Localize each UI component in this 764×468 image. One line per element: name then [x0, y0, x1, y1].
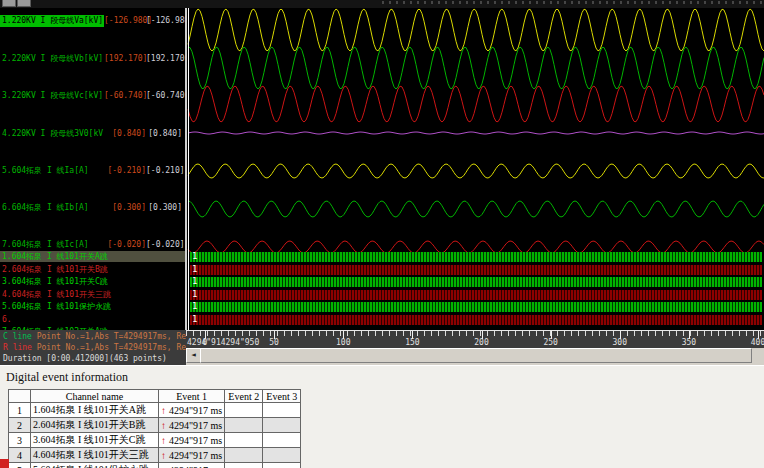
- channel-name-cell: 3.604拓泉 I 线101开关C跳: [31, 433, 159, 448]
- cursor-c-status: C line Point No.=1,Abs T=4294917ms, Rel …: [3, 332, 186, 341]
- event-table-row[interactable]: 22.604拓泉 I 线101开关B跳↑4294"917 ms: [9, 418, 301, 433]
- digital-state-value: 1: [192, 251, 197, 262]
- digital-channel-row[interactable]: 2.604拓泉 I 线101开关B跳: [0, 264, 186, 275]
- tick-label: 300: [613, 338, 627, 347]
- analog-channel-name: 3.220KV I 段母线Vc[kV]: [0, 90, 104, 102]
- event2-cell: [225, 463, 263, 468]
- horizontal-scrollbar[interactable]: ◄: [186, 348, 764, 365]
- analog-channel-name: 1.220KV I 段母线Va[kV]: [0, 15, 104, 27]
- event2-cell: [225, 418, 263, 433]
- analog-channel-row[interactable]: 4.220KV I 段母线3V0[kV][0.840][0.840]: [0, 128, 184, 140]
- event3-cell: [263, 418, 301, 433]
- event-table: Channel name Event 1 Event 2 Event 3 11.…: [8, 389, 301, 468]
- tick-label: 350: [682, 338, 696, 347]
- analog-channel-name: 4.220KV I 段母线3V0[kV]: [0, 128, 104, 140]
- digital-state-bar: 1: [190, 315, 762, 325]
- waveform-trace: [188, 9, 764, 51]
- event3-cell: [263, 433, 301, 448]
- tick-label: 200: [474, 338, 488, 347]
- digital-channel-row[interactable]: 5.604拓泉 I 线101保护永跳: [0, 301, 186, 312]
- analog-channel-value1: [0.840]: [104, 128, 146, 140]
- analog-channel-value2: [-0.210]: [146, 165, 182, 177]
- event3-cell: [263, 463, 301, 468]
- analog-channel-row[interactable]: 5.604拓泉 I 线Ia[A][-0.210][-0.210]: [0, 165, 184, 177]
- analog-channel-value1: [-126.980]: [104, 15, 146, 27]
- event1-time: 4294"917 ms: [169, 420, 222, 431]
- col-header-num: [9, 390, 31, 403]
- minor-ticks: [186, 331, 764, 336]
- event1-time: 4294"917 ms: [169, 435, 222, 446]
- event1-cell: ↑4294"917 ms: [159, 433, 225, 448]
- digital-state-bar: 1: [190, 252, 762, 262]
- analog-channel-value1: [0.300]: [104, 202, 146, 214]
- digital-channel-row[interactable]: 1.604拓泉 I 线101开关A跳: [0, 251, 186, 262]
- cursor-line[interactable]: [188, 8, 189, 330]
- toolbar-button[interactable]: [2, 0, 16, 7]
- status-panel: C line Point No.=1,Abs T=4294917ms, Rel …: [0, 330, 186, 365]
- event-table-row[interactable]: 33.604拓泉 I 线101开关C跳↑4294"917 ms: [9, 433, 301, 448]
- waveform-trace: [188, 47, 764, 89]
- analog-channel-value1: [-0.210]: [104, 165, 146, 177]
- event1-cell: ↑4294"917 ms: [159, 448, 225, 463]
- analog-channel-row[interactable]: 7.604拓泉 I 线Ic[A][-0.020][-0.020]: [0, 239, 184, 251]
- time-axis-ruler[interactable]: 4294"914294"950 050100150200250300350400: [186, 330, 764, 349]
- rising-edge-arrow-icon: ↑: [161, 450, 166, 461]
- event1-cell: ↑4294"917 ms: [159, 463, 225, 468]
- analog-channel-value2: [-0.020]: [146, 239, 182, 251]
- channel-name-cell: 4.604拓泉 I 线101开关三跳: [31, 448, 159, 463]
- analog-channel-row[interactable]: 2.220KV I 段母线Vb[kV][192.170][192.170]: [0, 53, 184, 65]
- waveform-trace: [188, 86, 764, 122]
- waveform-trace: [188, 132, 764, 134]
- c-line-label: C line: [3, 332, 32, 341]
- digital-channel-row[interactable]: 4.604拓泉 I 线101开关三跳: [0, 289, 186, 300]
- event1-cell: ↑4294"917 ms: [159, 418, 225, 433]
- event-table-row[interactable]: 11.604拓泉 I 线101开关A跳↑4294"917 ms: [9, 403, 301, 418]
- analog-channel-row[interactable]: 3.220KV I 段母线Vc[kV][-60.740][-60.740]: [0, 90, 184, 102]
- rising-edge-arrow-icon: ↑: [161, 420, 166, 431]
- toolbar-button[interactable]: [17, 0, 31, 7]
- toolbar: [0, 0, 764, 8]
- analog-channel-value2: [-126.980]: [146, 15, 182, 27]
- analog-channel-row[interactable]: 1.220KV I 段母线Va[kV][-126.980][-126.980]: [0, 15, 184, 27]
- analog-channel-name: 6.604拓泉 I 线Ib[A]: [0, 202, 104, 214]
- analog-channel-name: 5.604拓泉 I 线Ia[A]: [0, 165, 104, 177]
- event3-cell: [263, 403, 301, 418]
- rising-edge-arrow-icon: ↑: [161, 405, 166, 416]
- r-line-text: Point No.=1,Abs T=4294917ms, Rel T=42949…: [32, 343, 186, 352]
- fault-recorder-window: 1.220KV I 段母线Va[kV][-126.980][-126.980]2…: [0, 0, 764, 468]
- red-indicator: [0, 459, 9, 468]
- tick-label: 150: [405, 338, 419, 347]
- digital-state-bar: 1: [190, 290, 762, 300]
- event1-cell: ↑4294"917 ms: [159, 403, 225, 418]
- analog-channel-value1: [-60.740]: [104, 90, 146, 102]
- cursor-r-status: R line Point No.=1,Abs T=4294917ms, Rel …: [3, 343, 186, 352]
- row-number: 2: [9, 418, 31, 433]
- digital-event-panel: Digital event information Channel name E…: [0, 365, 764, 468]
- event-table-row[interactable]: 44.604拓泉 I 线101开关三跳↑4294"917 ms: [9, 448, 301, 463]
- waveform-trace: [188, 164, 764, 178]
- col-header-channel: Channel name: [31, 390, 159, 403]
- scroll-left-button[interactable]: ◄: [186, 348, 201, 363]
- digital-state-bar: 1: [190, 302, 762, 312]
- event-table-row[interactable]: 55.604拓泉 I 线101保护永跳↑4294"917 ms: [9, 463, 301, 468]
- analog-channel-name: 7.604拓泉 I 线Ic[A]: [0, 239, 104, 251]
- tick-label: 0: [203, 338, 208, 347]
- digital-channel-row[interactable]: 3.604拓泉 I 线101开关C跳: [0, 276, 186, 287]
- event1-time: 4294"917 ms: [169, 465, 222, 468]
- digital-state-value: 1: [192, 314, 197, 325]
- event2-cell: [225, 403, 263, 418]
- row-number: 5: [9, 463, 31, 468]
- event2-cell: [225, 433, 263, 448]
- waveform-trace: [188, 201, 764, 217]
- col-header-event1: Event 1: [159, 390, 225, 403]
- analog-channel-value2: [-60.740]: [146, 90, 182, 102]
- col-header-event3: Event 3: [263, 390, 301, 403]
- scrollbar-thumb[interactable]: [200, 348, 752, 363]
- row-number: 3: [9, 433, 31, 448]
- digital-channel-row[interactable]: 6.: [0, 314, 186, 325]
- analog-channel-row[interactable]: 6.604拓泉 I 线Ib[A][0.300][0.300]: [0, 202, 184, 214]
- channel-list-panel: 1.220KV I 段母线Va[kV][-126.980][-126.980]2…: [0, 8, 186, 330]
- channel-name-cell: 1.604拓泉 I 线101开关A跳: [31, 403, 159, 418]
- tick-label: 50: [269, 338, 279, 347]
- row-number: 4: [9, 448, 31, 463]
